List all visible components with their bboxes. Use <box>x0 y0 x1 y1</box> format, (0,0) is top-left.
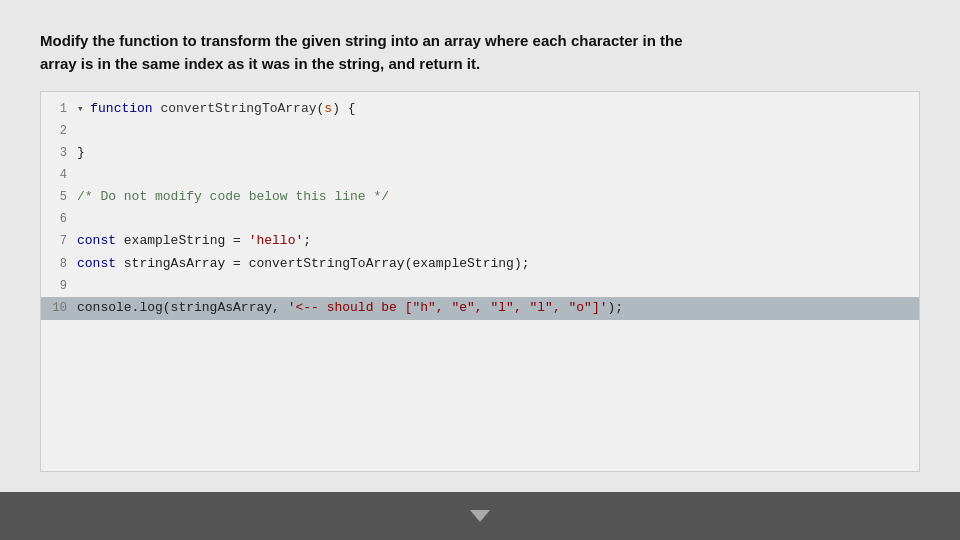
line-number-8: 8 <box>41 255 77 274</box>
code-line-8: 8 const stringAsArray = convertStringToA… <box>41 253 919 276</box>
line-number-6: 6 <box>41 210 77 229</box>
line-content-3: } <box>77 143 85 164</box>
line-number-4: 4 <box>41 166 77 185</box>
code-line-6: 6 <box>41 209 919 230</box>
line-number-2: 2 <box>41 122 77 141</box>
chevron-down-icon[interactable] <box>470 510 490 522</box>
line-content-8: const stringAsArray = convertStringToArr… <box>77 254 529 275</box>
code-line-3: 3 } <box>41 142 919 165</box>
bottom-bar <box>0 492 960 540</box>
code-line-4: 4 <box>41 165 919 186</box>
line-content-10: console.log(stringAsArray, '<-- should b… <box>77 298 623 319</box>
code-panel[interactable]: 1 ▾ function convertStringToArray(s) { 2… <box>40 91 920 472</box>
line-content-5: /* Do not modify code below this line */ <box>77 187 389 208</box>
line-number-10: 10 <box>41 299 77 318</box>
line-content-1: ▾ function convertStringToArray(s) { <box>77 99 356 120</box>
code-line-9: 9 <box>41 276 919 297</box>
line-number-7: 7 <box>41 232 77 251</box>
code-line-1: 1 ▾ function convertStringToArray(s) { <box>41 98 919 121</box>
main-content: Modify the function to transform the giv… <box>0 0 960 492</box>
line-content-7: const exampleString = 'hello'; <box>77 231 311 252</box>
line-number-3: 3 <box>41 144 77 163</box>
line-number-1: 1 <box>41 100 77 119</box>
code-line-7: 7 const exampleString = 'hello'; <box>41 230 919 253</box>
line-number-9: 9 <box>41 277 77 296</box>
line-number-5: 5 <box>41 188 77 207</box>
instruction-text: Modify the function to transform the giv… <box>40 30 920 75</box>
code-line-2: 2 <box>41 121 919 142</box>
code-line-10: 10 console.log(stringAsArray, '<-- shoul… <box>41 297 919 320</box>
code-line-5: 5 /* Do not modify code below this line … <box>41 186 919 209</box>
